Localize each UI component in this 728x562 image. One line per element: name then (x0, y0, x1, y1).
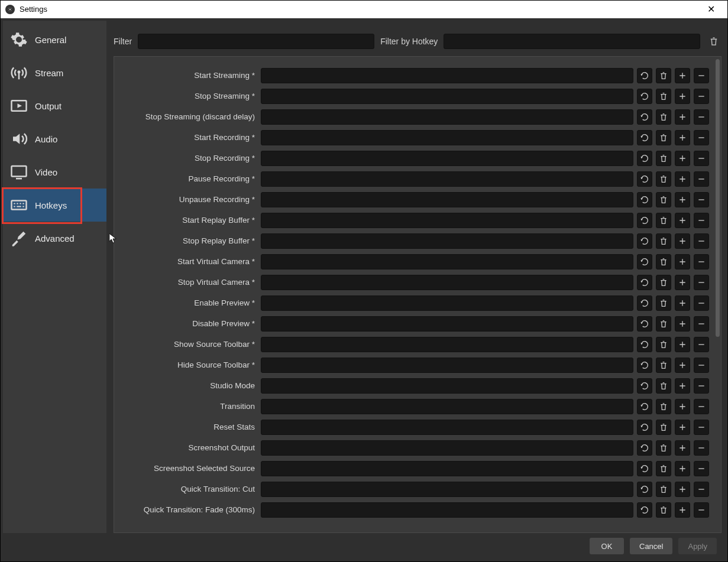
filter-by-hotkey-input[interactable] (444, 34, 700, 49)
hotkey-add-button[interactable] (675, 233, 690, 249)
hotkey-input[interactable] (261, 399, 633, 414)
hotkey-clear-button[interactable] (656, 378, 671, 394)
hotkey-remove-button[interactable] (694, 68, 709, 83)
hotkey-add-button[interactable] (675, 151, 690, 166)
hotkey-clear-button[interactable] (656, 254, 671, 269)
filter-input[interactable] (138, 34, 374, 49)
hotkey-add-button[interactable] (675, 68, 690, 83)
hotkey-add-button[interactable] (675, 502, 690, 518)
hotkey-add-button[interactable] (675, 316, 690, 332)
hotkey-revert-button[interactable] (637, 254, 652, 269)
hotkey-remove-button[interactable] (694, 482, 709, 497)
hotkey-clear-button[interactable] (656, 358, 671, 373)
clear-filters-button[interactable] (706, 34, 721, 49)
hotkey-clear-button[interactable] (656, 109, 671, 125)
hotkey-add-button[interactable] (675, 378, 690, 394)
hotkey-remove-button[interactable] (694, 254, 709, 269)
hotkey-add-button[interactable] (675, 109, 690, 125)
hotkey-remove-button[interactable] (694, 295, 709, 311)
hotkey-clear-button[interactable] (656, 68, 671, 83)
hotkey-remove-button[interactable] (694, 502, 709, 518)
hotkey-add-button[interactable] (675, 89, 690, 104)
hotkey-input[interactable] (261, 192, 633, 207)
hotkey-add-button[interactable] (675, 213, 690, 228)
hotkey-remove-button[interactable] (694, 192, 709, 207)
hotkey-add-button[interactable] (675, 420, 690, 435)
close-button[interactable]: ✕ (699, 1, 723, 18)
hotkey-input[interactable] (261, 89, 633, 104)
hotkey-revert-button[interactable] (637, 233, 652, 249)
hotkey-revert-button[interactable] (637, 378, 652, 394)
sidebar-item-hotkeys[interactable]: Hotkeys (3, 189, 106, 222)
hotkey-input[interactable] (261, 295, 633, 311)
hotkey-clear-button[interactable] (656, 130, 671, 145)
hotkey-revert-button[interactable] (637, 316, 652, 332)
hotkey-input[interactable] (261, 213, 633, 228)
hotkey-add-button[interactable] (675, 399, 690, 414)
hotkey-remove-button[interactable] (694, 337, 709, 352)
sidebar-item-output[interactable]: Output (3, 89, 106, 122)
hotkey-input[interactable] (261, 233, 633, 249)
hotkey-add-button[interactable] (675, 295, 690, 311)
hotkey-remove-button[interactable] (694, 89, 709, 104)
hotkey-input[interactable] (261, 316, 633, 332)
hotkey-clear-button[interactable] (656, 151, 671, 166)
hotkey-remove-button[interactable] (694, 358, 709, 373)
hotkey-input[interactable] (261, 461, 633, 476)
hotkey-revert-button[interactable] (637, 68, 652, 83)
hotkey-clear-button[interactable] (656, 192, 671, 207)
hotkey-clear-button[interactable] (656, 275, 671, 290)
hotkey-add-button[interactable] (675, 130, 690, 145)
hotkey-remove-button[interactable] (694, 130, 709, 145)
hotkey-remove-button[interactable] (694, 275, 709, 290)
hotkey-revert-button[interactable] (637, 358, 652, 373)
hotkey-remove-button[interactable] (694, 109, 709, 125)
hotkey-clear-button[interactable] (656, 295, 671, 311)
hotkey-revert-button[interactable] (637, 461, 652, 476)
hotkey-input[interactable] (261, 171, 633, 187)
hotkey-input[interactable] (261, 275, 633, 290)
sidebar-item-stream[interactable]: Stream (3, 56, 106, 89)
hotkey-input[interactable] (261, 482, 633, 497)
hotkey-clear-button[interactable] (656, 337, 671, 352)
hotkey-input[interactable] (261, 254, 633, 269)
sidebar-item-audio[interactable]: Audio (3, 122, 106, 155)
hotkey-clear-button[interactable] (656, 233, 671, 249)
hotkey-clear-button[interactable] (656, 461, 671, 476)
hotkey-add-button[interactable] (675, 254, 690, 269)
hotkey-clear-button[interactable] (656, 482, 671, 497)
hotkey-remove-button[interactable] (694, 440, 709, 456)
hotkey-clear-button[interactable] (656, 502, 671, 518)
scrollbar[interactable] (716, 59, 720, 337)
cancel-button[interactable]: Cancel (630, 538, 672, 554)
sidebar-item-video[interactable]: Video (3, 155, 106, 189)
hotkey-remove-button[interactable] (694, 171, 709, 187)
hotkey-remove-button[interactable] (694, 420, 709, 435)
hotkey-input[interactable] (261, 130, 633, 145)
hotkey-clear-button[interactable] (656, 316, 671, 332)
hotkey-remove-button[interactable] (694, 461, 709, 476)
hotkey-revert-button[interactable] (637, 440, 652, 456)
hotkey-remove-button[interactable] (694, 233, 709, 249)
hotkey-input[interactable] (261, 378, 633, 394)
hotkey-remove-button[interactable] (694, 399, 709, 414)
hotkey-revert-button[interactable] (637, 130, 652, 145)
hotkey-clear-button[interactable] (656, 89, 671, 104)
hotkey-input[interactable] (261, 358, 633, 373)
hotkey-add-button[interactable] (675, 337, 690, 352)
hotkey-revert-button[interactable] (637, 337, 652, 352)
hotkey-add-button[interactable] (675, 192, 690, 207)
hotkey-input[interactable] (261, 337, 633, 352)
hotkey-input[interactable] (261, 68, 633, 83)
hotkey-remove-button[interactable] (694, 378, 709, 394)
hotkey-clear-button[interactable] (656, 171, 671, 187)
hotkey-input[interactable] (261, 440, 633, 456)
hotkey-input[interactable] (261, 502, 633, 518)
hotkey-add-button[interactable] (675, 482, 690, 497)
hotkey-remove-button[interactable] (694, 316, 709, 332)
hotkey-add-button[interactable] (675, 275, 690, 290)
hotkey-clear-button[interactable] (656, 399, 671, 414)
hotkey-revert-button[interactable] (637, 151, 652, 166)
hotkey-clear-button[interactable] (656, 440, 671, 456)
sidebar-item-advanced[interactable]: Advanced (3, 222, 106, 255)
